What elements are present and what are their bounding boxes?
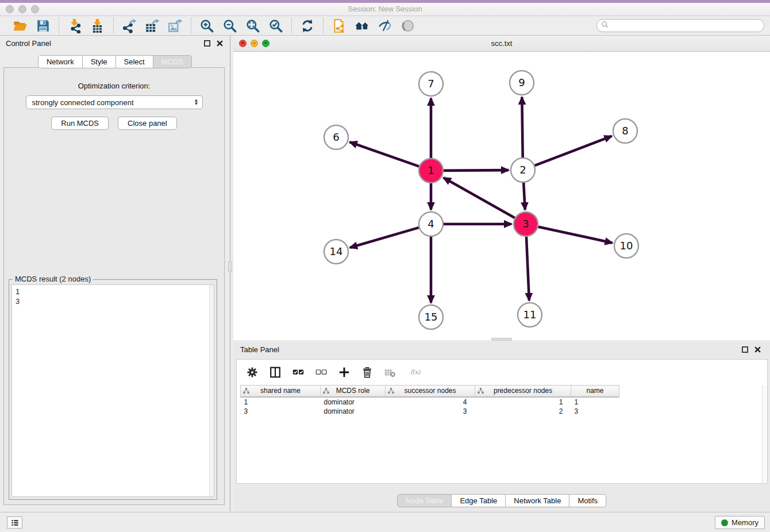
criterion-select[interactable]: strongly connected component ▲▼ [26,95,203,109]
node-10[interactable]: 10 [614,234,638,258]
network-window-titlebar: × − + scc.txt [233,36,770,52]
node-2[interactable]: 2 [511,158,535,182]
zoom-selected-icon[interactable] [267,17,284,34]
close-panel-button[interactable]: Close panel [118,117,177,130]
network-view-window: × − + scc.txt 7968124314101511 [233,36,770,340]
svg-text:3: 3 [522,218,529,230]
svg-text:1: 1 [428,164,434,176]
refresh-icon[interactable] [299,17,316,34]
node-4[interactable]: 4 [419,212,443,236]
column-header-predecessor-nodes[interactable]: predecessor nodes [475,385,571,397]
export-table-icon[interactable] [144,17,161,34]
result-scrollbar[interactable] [209,285,214,496]
node-table-area: f(x) shared nameMCDS rolesuccessor nodes… [236,359,768,484]
float-panel-icon[interactable] [202,38,211,48]
search-input[interactable] [610,21,764,31]
table-tabs: Node TableEdge TableNetwork TableMotifs [233,494,770,507]
search-box[interactable] [596,19,764,32]
column-header-shared-name[interactable]: shared name [241,385,321,397]
svg-text:6: 6 [333,131,339,143]
network-canvas[interactable]: 7968124314101511 [233,52,770,340]
node-14[interactable]: 14 [324,240,348,264]
tab-network-table[interactable]: Network Table [506,494,569,507]
delete-column-icon[interactable] [360,365,375,380]
edge-4-14[interactable] [350,228,419,248]
table-scrollbar[interactable] [762,385,767,483]
svg-text:7: 7 [428,78,434,90]
node-table: shared nameMCDS rolesuccessor nodesprede… [240,385,619,417]
memory-label: Memory [732,518,759,527]
horizontal-splitter-handle[interactable] [491,338,512,341]
vertical-splitter-handle[interactable] [228,261,232,272]
table-row[interactable]: 1dominator411 [241,397,619,407]
zoom-out-icon[interactable] [221,17,238,34]
hide-details-icon[interactable] [376,17,394,34]
import-network-icon[interactable] [66,17,83,34]
node-15[interactable]: 15 [419,305,443,329]
edge-1-6[interactable] [350,142,419,166]
close-panel-icon[interactable] [215,38,224,48]
export-image-icon[interactable] [167,17,184,34]
table-cell: 1 [241,397,321,407]
float-panel-icon[interactable] [740,345,749,354]
memory-status-icon [721,519,728,526]
first-neighbors-icon[interactable] [353,17,371,34]
node-9[interactable]: 9 [510,71,534,95]
column-header-name[interactable]: name [571,385,619,397]
show-columns-icon[interactable] [268,365,283,380]
edge-3-10[interactable] [538,227,612,243]
node-8[interactable]: 8 [613,119,637,143]
mcds-result-text[interactable]: 13 [11,284,214,497]
tab-node-table[interactable]: Node Table [397,494,452,507]
task-history-button[interactable] [7,516,22,529]
table-cell: 3 [571,407,619,417]
tab-select[interactable]: Select [116,55,153,68]
save-session-icon[interactable] [34,17,52,34]
edge-2-3[interactable] [523,183,525,210]
export-network-icon[interactable] [121,17,138,34]
show-details-icon [399,17,417,34]
table-cell: 1 [475,397,571,407]
table-row[interactable]: 3dominator323 [241,407,619,417]
svg-text:2: 2 [519,164,526,176]
memory-button[interactable]: Memory [715,516,765,529]
svg-text:14: 14 [330,245,343,257]
tab-style[interactable]: Style [83,55,116,68]
tab-network[interactable]: Network [38,55,83,68]
column-header-successor-nodes[interactable]: successor nodes [386,385,475,397]
svg-text:4: 4 [428,218,434,230]
open-session-icon[interactable] [11,17,29,34]
run-mcds-button[interactable]: Run MCDS [51,117,109,130]
node-11[interactable]: 11 [518,303,542,327]
hierarchy-icon [477,387,484,396]
svg-text:15: 15 [425,311,438,323]
edge-1-2[interactable] [444,170,509,171]
edge-3-1[interactable] [444,178,515,218]
zoom-fit-icon[interactable] [244,17,261,34]
select-all-rows-icon[interactable] [291,365,306,380]
deselect-all-rows-icon[interactable] [314,365,329,380]
svg-text:10: 10 [620,240,633,252]
tab-mcds[interactable]: MCDS [153,55,192,68]
clone-network-icon[interactable] [330,17,348,34]
column-header-MCDS-role[interactable]: MCDS role [321,385,386,397]
edge-2-9[interactable] [522,97,522,157]
add-column-icon[interactable] [337,365,352,380]
control-panel: Control Panel NetworkStyleSelectMCDS Opt… [0,36,230,512]
edge-2-8[interactable] [535,136,612,165]
import-table-icon[interactable] [89,17,106,34]
svg-text:f(x): f(x) [410,368,421,375]
node-3[interactable]: 3 [514,212,538,236]
hierarchy-icon [242,387,250,396]
edge-3-11[interactable] [526,237,529,300]
tab-motifs[interactable]: Motifs [569,494,606,507]
table-header-row: shared nameMCDS rolesuccessor nodesprede… [241,385,619,397]
table-settings-icon[interactable] [245,365,260,380]
node-1[interactable]: 1 [419,159,443,183]
node-6[interactable]: 6 [324,125,348,149]
network-graph[interactable]: 7968124314101511 [233,52,770,340]
node-7[interactable]: 7 [419,72,443,96]
close-panel-icon[interactable] [753,345,762,354]
tab-edge-table[interactable]: Edge Table [452,494,506,507]
zoom-in-icon[interactable] [198,17,215,34]
